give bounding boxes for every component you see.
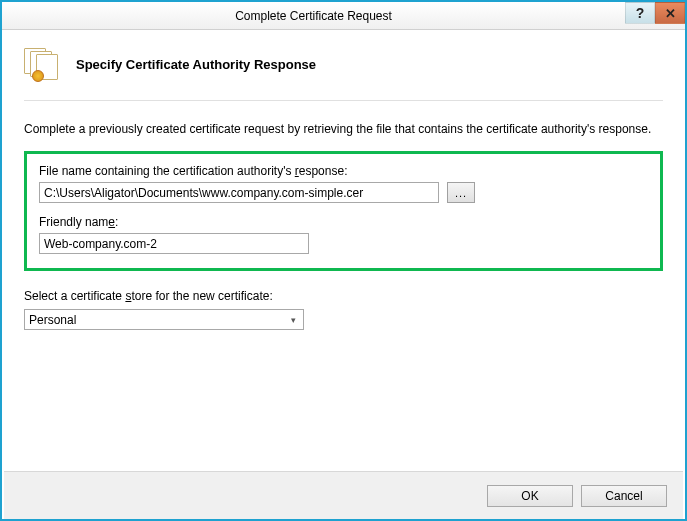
close-button[interactable]: ✕ — [655, 2, 685, 24]
window-title: Complete Certificate Request — [2, 9, 625, 23]
certificate-store-label: Select a certificate store for the new c… — [24, 289, 663, 303]
chevron-down-icon: ▾ — [285, 315, 301, 325]
help-button[interactable]: ? — [625, 2, 655, 24]
certificate-icon — [24, 48, 60, 80]
certificate-store-select[interactable]: Personal ▾ — [24, 309, 304, 330]
dialog-header: Specify Certificate Authority Response — [24, 48, 663, 101]
dialog-footer: OK Cancel — [4, 471, 683, 519]
description-text: Complete a previously created certificat… — [24, 121, 663, 137]
certificate-store-section: Select a certificate store for the new c… — [24, 289, 663, 330]
file-name-row: ... — [39, 182, 648, 203]
page-title: Specify Certificate Authority Response — [76, 57, 316, 72]
friendly-name-input[interactable] — [39, 233, 309, 254]
browse-button[interactable]: ... — [447, 182, 475, 203]
cancel-button[interactable]: Cancel — [581, 485, 667, 507]
file-name-label: File name containing the certification a… — [39, 164, 648, 178]
titlebar-buttons: ? ✕ — [625, 2, 685, 29]
highlighted-fields: File name containing the certification a… — [24, 151, 663, 271]
certificate-store-value: Personal — [29, 313, 285, 327]
titlebar: Complete Certificate Request ? ✕ — [2, 2, 685, 30]
ok-button[interactable]: OK — [487, 485, 573, 507]
file-name-input[interactable] — [39, 182, 439, 203]
friendly-name-label: Friendly name: — [39, 215, 648, 229]
dialog-content: Specify Certificate Authority Response C… — [2, 30, 685, 330]
